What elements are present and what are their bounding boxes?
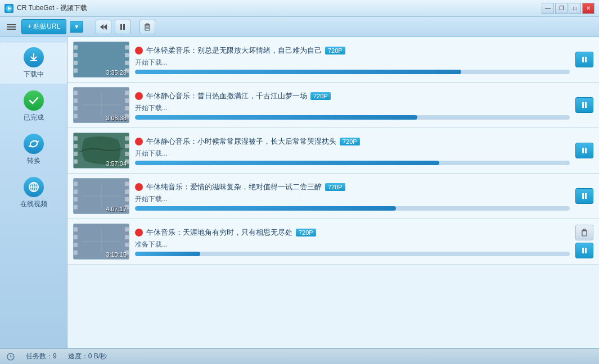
svg-rect-81 bbox=[582, 248, 584, 253]
download-icon-circle bbox=[24, 47, 44, 67]
title-bar: CR TubeGet - 视频下载 — ❐ □ ✕ bbox=[0, 0, 599, 17]
duration: 3:08:38 bbox=[106, 115, 127, 121]
svg-rect-48 bbox=[125, 136, 129, 141]
quality-badge: 720P bbox=[325, 183, 345, 191]
red-dot-icon bbox=[135, 138, 143, 145]
progress-bar bbox=[135, 70, 570, 74]
svg-rect-80 bbox=[583, 229, 586, 230]
svg-rect-61 bbox=[125, 197, 129, 202]
red-dot-icon bbox=[135, 47, 143, 54]
item-title-text: 午休静心音乐：小时候常常尿湿被子，长大后常常哭湿枕头 bbox=[146, 136, 336, 147]
menu-icon[interactable] bbox=[4, 22, 18, 32]
minimize-button[interactable]: — bbox=[542, 3, 554, 14]
complete-icon-circle bbox=[24, 90, 44, 111]
item-actions bbox=[575, 97, 593, 113]
item-title-text: 午休轻柔音乐：别总是无限放大坏情绪，自己难为自己 bbox=[146, 46, 322, 56]
restore-button[interactable]: ❐ bbox=[555, 3, 568, 14]
sidebar-item-convert[interactable]: 转换 bbox=[0, 129, 67, 170]
convert-icon-circle bbox=[24, 134, 44, 154]
svg-rect-45 bbox=[74, 144, 78, 148]
svg-rect-70 bbox=[74, 243, 78, 247]
svg-rect-55 bbox=[74, 182, 78, 186]
item-title-row: 午休纯音乐：爱情的滋味复杂，绝对值得一试二尝三醉 720P bbox=[135, 182, 570, 192]
progress-bar bbox=[135, 252, 570, 256]
svg-rect-20 bbox=[74, 46, 78, 50]
svg-rect-35 bbox=[125, 91, 129, 95]
pause-button[interactable] bbox=[575, 52, 593, 67]
svg-rect-47 bbox=[74, 160, 78, 164]
svg-rect-73 bbox=[125, 235, 129, 239]
prev-button[interactable] bbox=[96, 20, 111, 34]
quality-badge: 720P bbox=[325, 47, 345, 54]
svg-rect-50 bbox=[125, 152, 129, 156]
duration: 3:10:15 bbox=[106, 251, 127, 258]
svg-rect-26 bbox=[125, 61, 129, 65]
sidebar: 下载中 已完成 转换 bbox=[0, 37, 67, 348]
item-info: 午休静心音乐：昔日热血撒满江，千古江山梦一场 720P 开始下载... bbox=[135, 91, 570, 120]
item-title-row: 午休静心音乐：昔日热血撒满江，千古江山梦一场 720P bbox=[135, 91, 570, 101]
item-actions bbox=[575, 225, 593, 258]
svg-rect-74 bbox=[125, 243, 129, 247]
svg-rect-69 bbox=[74, 235, 78, 239]
download-item: 4:07:17 午休纯音乐：爱情的滋味复杂，绝对值得一试二尝三醉 720P 开始… bbox=[67, 174, 599, 219]
status-bar: 任务数：9 速度：0 B/秒 bbox=[0, 348, 599, 364]
sidebar-online-label: 在线视频 bbox=[20, 199, 47, 209]
svg-rect-58 bbox=[74, 205, 78, 210]
svg-rect-42 bbox=[585, 102, 587, 108]
delete-button[interactable] bbox=[575, 225, 593, 240]
thumbnail: 3:57:04 bbox=[73, 133, 129, 169]
svg-rect-65 bbox=[582, 193, 584, 199]
pause-button[interactable] bbox=[575, 97, 593, 113]
pause-all-button[interactable] bbox=[115, 20, 130, 34]
svg-rect-68 bbox=[74, 228, 78, 232]
duration: 3:35:28 bbox=[106, 69, 127, 76]
svg-rect-46 bbox=[74, 152, 78, 156]
download-list: 3:35:28 午休轻柔音乐：别总是无限放大坏情绪，自己难为自己 720P 开始… bbox=[67, 37, 599, 348]
svg-rect-28 bbox=[582, 57, 584, 62]
delete-toolbar-button[interactable] bbox=[139, 20, 155, 34]
download-item: 3:10:15 午休音乐：天涯地角有穷时，只有相思无尽处 720P 准备下载..… bbox=[67, 219, 599, 265]
progress-bar bbox=[135, 161, 570, 165]
download-speed: 速度：0 B/秒 bbox=[68, 352, 107, 361]
svg-rect-44 bbox=[74, 136, 78, 141]
item-title-row: 午休静心音乐：小时候常常尿湿被子，长大后常常哭湿枕头 720P bbox=[135, 136, 570, 147]
svg-rect-78 bbox=[582, 231, 587, 236]
svg-rect-71 bbox=[74, 251, 78, 255]
duration: 4:07:17 bbox=[106, 206, 127, 212]
paste-url-dropdown[interactable]: ▼ bbox=[70, 21, 83, 33]
download-item: 3:08:38 午休静心音乐：昔日热血撒满江，千古江山梦一场 720P 开始下载… bbox=[67, 83, 599, 128]
sidebar-item-online[interactable]: 在线视频 bbox=[0, 172, 67, 213]
duration: 3:57:04 bbox=[106, 160, 127, 167]
red-dot-icon bbox=[135, 92, 143, 100]
item-info: 午休静心音乐：小时候常常尿湿被子，长大后常常哭湿枕头 720P 开始下载... bbox=[135, 136, 570, 165]
svg-rect-57 bbox=[74, 197, 78, 202]
svg-marker-3 bbox=[103, 24, 107, 30]
sidebar-item-download[interactable]: 下载中 bbox=[0, 43, 67, 84]
svg-rect-52 bbox=[582, 148, 584, 153]
sidebar-complete-label: 已完成 bbox=[24, 113, 44, 122]
pause-button[interactable] bbox=[575, 243, 593, 258]
svg-rect-72 bbox=[125, 228, 129, 232]
pause-button[interactable] bbox=[575, 143, 593, 158]
red-dot-icon bbox=[135, 229, 143, 236]
svg-rect-24 bbox=[125, 46, 129, 50]
toolbar: + 粘贴URL ▼ bbox=[0, 17, 599, 37]
close-button[interactable]: ✕ bbox=[582, 3, 595, 14]
svg-rect-34 bbox=[74, 114, 78, 119]
svg-line-85 bbox=[11, 357, 12, 357]
svg-rect-37 bbox=[125, 106, 129, 111]
item-title-text: 午休音乐：天涯地角有穷时，只有相思无尽处 bbox=[146, 228, 292, 238]
svg-rect-49 bbox=[125, 144, 129, 148]
maximize-button[interactable]: □ bbox=[569, 3, 581, 14]
progress-bar bbox=[135, 115, 570, 120]
pause-button[interactable] bbox=[575, 188, 593, 204]
progress-fill bbox=[135, 70, 461, 74]
svg-marker-2 bbox=[100, 24, 103, 30]
app-title: CR TubeGet - 视频下载 bbox=[17, 3, 87, 13]
paste-url-button[interactable]: + 粘贴URL bbox=[21, 19, 66, 34]
title-bar-controls: — ❐ □ ✕ bbox=[542, 3, 595, 14]
sidebar-item-complete[interactable]: 已完成 bbox=[0, 86, 67, 127]
item-info: 午休轻柔音乐：别总是无限放大坏情绪，自己难为自己 720P 开始下载... bbox=[135, 46, 570, 74]
progress-fill bbox=[135, 206, 396, 211]
svg-rect-53 bbox=[585, 148, 587, 153]
